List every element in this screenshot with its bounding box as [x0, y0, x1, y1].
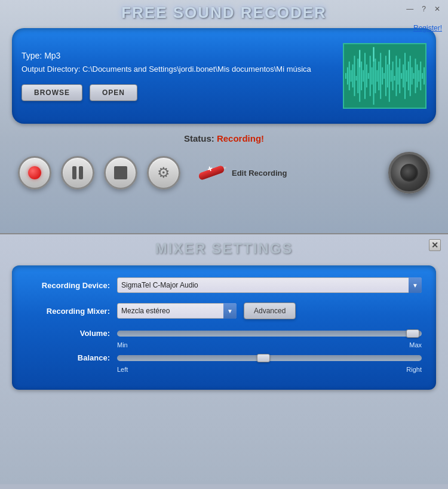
recording-mixer-wrapper: Mezcla estéreo ▼	[117, 303, 237, 319]
status-row: Status: Recording!	[0, 129, 448, 146]
recording-mixer-row: Recording Mixer: Mezcla estéreo ▼ Advanc…	[26, 302, 422, 319]
svg-rect-5	[352, 65, 354, 88]
type-label: Type:	[22, 51, 42, 60]
svg-rect-27	[391, 70, 392, 81]
svg-rect-35	[404, 53, 406, 99]
svg-rect-7	[355, 76, 357, 81]
volume-row: Volume:	[26, 329, 422, 338]
svg-rect-18	[375, 59, 376, 93]
title-bar: FREE SOUND RECODER — ? ✕	[0, 0, 448, 23]
balance-thumb[interactable]	[257, 354, 270, 362]
svg-rect-15	[370, 56, 371, 96]
recording-device-label: Recording Device:	[26, 281, 110, 290]
svg-rect-42	[416, 65, 418, 88]
svg-rect-4	[351, 70, 352, 81]
pause-button[interactable]	[61, 156, 94, 190]
type-value: Mp3	[44, 51, 60, 60]
svg-rect-51	[198, 165, 225, 181]
svg-rect-25	[387, 65, 388, 88]
mixer-title-bar: MIXER SETTINGS ✕	[0, 234, 448, 261]
svg-rect-34	[403, 65, 404, 88]
balance-row: Balance:	[26, 353, 422, 362]
svg-rect-1	[345, 73, 346, 79]
dir-value: C:\Documents and Settings\jordi.bonet\Mi…	[82, 65, 311, 74]
svg-rect-23	[383, 73, 385, 79]
svg-rect-3	[349, 62, 350, 90]
svg-rect-33	[401, 73, 402, 79]
svg-rect-39	[412, 68, 413, 85]
record-icon	[28, 166, 41, 179]
svg-rect-6	[354, 56, 355, 96]
window-controls: — ? ✕	[404, 5, 442, 13]
balance-track[interactable]	[117, 355, 422, 361]
browse-button[interactable]: BROWSE	[22, 84, 82, 101]
recording-device-row: Recording Device: SigmaTel C-Major Audio…	[26, 277, 422, 293]
svg-rect-8	[357, 59, 358, 93]
dir-label: Output Directory:	[22, 65, 80, 74]
volume-labels: Min Max	[26, 340, 422, 353]
svg-rect-16	[372, 68, 373, 85]
status-label: Status:	[184, 133, 214, 143]
svg-rect-31	[397, 68, 398, 85]
svg-rect-49	[389, 50, 390, 65]
svg-rect-21	[380, 53, 381, 99]
record-button[interactable]	[18, 156, 51, 190]
stop-button[interactable]	[104, 156, 137, 190]
mixer-section: MIXER SETTINGS ✕ Recording Device: Sigma…	[0, 233, 448, 484]
svg-rect-38	[410, 56, 411, 96]
speaker-inner	[400, 164, 418, 182]
svg-rect-48	[373, 47, 375, 62]
svg-rect-32	[399, 59, 400, 93]
advanced-button[interactable]: Advanced	[244, 302, 296, 319]
slider-section: Volume: Min Max Balance: Left Right	[26, 329, 422, 378]
svg-rect-47	[359, 50, 360, 68]
app-title: FREE SOUND RECODER	[7, 4, 441, 22]
svg-rect-12	[364, 53, 366, 99]
dir-row: Output Directory: C:\Documents and Setti…	[22, 64, 337, 75]
recording-device-select[interactable]: SigmaTel C-Major Audio	[117, 277, 422, 293]
knife-icon	[194, 158, 229, 187]
volume-max-label: Max	[409, 341, 422, 349]
balance-left-label: Left	[117, 366, 128, 373]
waveform-display	[343, 43, 426, 109]
minimize-button[interactable]: —	[404, 5, 415, 13]
info-panel: Type: Mp3 Output Directory: C:\Documents…	[12, 28, 436, 124]
svg-rect-22	[382, 68, 383, 85]
volume-track[interactable]	[117, 331, 422, 337]
settings-button[interactable]: ⚙	[147, 156, 180, 190]
svg-rect-36	[406, 70, 407, 81]
svg-rect-37	[408, 62, 409, 90]
svg-rect-40	[413, 73, 415, 79]
stop-icon	[114, 166, 127, 179]
register-link[interactable]: Register!	[413, 24, 442, 32]
balance-labels: Left Right	[26, 365, 422, 378]
help-button[interactable]: ?	[420, 5, 428, 13]
open-button[interactable]: OPEN	[90, 84, 137, 101]
svg-rect-14	[368, 73, 369, 79]
speaker	[388, 152, 430, 194]
gear-icon: ⚙	[157, 164, 170, 181]
svg-rect-45	[422, 73, 423, 79]
mixer-close-button[interactable]: ✕	[429, 239, 441, 251]
svg-rect-41	[415, 59, 416, 93]
edit-area: Edit Recording	[196, 163, 287, 182]
volume-min-label: Min	[117, 341, 128, 349]
top-section: FREE SOUND RECODER — ? ✕ Register! Type:…	[0, 0, 448, 233]
mixer-title: MIXER SETTINGS	[155, 240, 293, 257]
pause-icon	[72, 166, 83, 179]
volume-thumb[interactable]	[406, 329, 419, 338]
close-button[interactable]: ✕	[432, 5, 442, 13]
browse-open-buttons: BROWSE OPEN	[22, 84, 337, 101]
svg-rect-20	[378, 62, 379, 90]
svg-rect-11	[363, 70, 364, 81]
svg-rect-19	[376, 70, 378, 81]
svg-rect-28	[392, 62, 394, 90]
edit-label[interactable]: Edit Recording	[232, 169, 287, 178]
recording-mixer-select[interactable]: Mezcla estéreo	[117, 303, 237, 319]
svg-rect-44	[420, 62, 421, 90]
svg-rect-30	[395, 56, 397, 96]
type-row: Type: Mp3	[22, 51, 337, 60]
status-value: Recording!	[217, 133, 264, 143]
recording-mixer-label: Recording Mixer:	[26, 307, 110, 316]
svg-rect-46	[424, 68, 425, 85]
